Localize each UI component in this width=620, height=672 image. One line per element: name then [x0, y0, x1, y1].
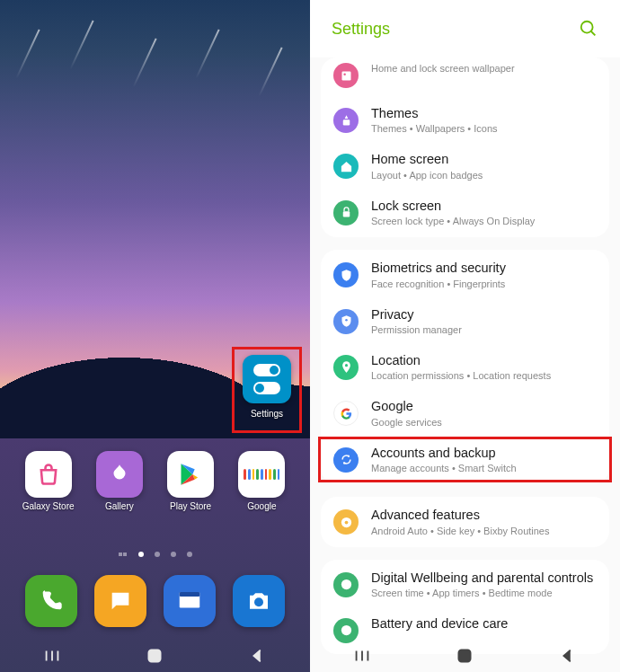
gallery-app[interactable]: Gallery: [91, 451, 148, 511]
settings-item-title-privacy: Privacy: [371, 307, 462, 323]
settings-item-subtitle: Android Auto • Side key • Bixby Routines: [371, 526, 549, 536]
settings-app-icon[interactable]: [243, 355, 291, 403]
settings-item-lock[interactable]: Lock screenScreen lock type • Always On …: [321, 190, 609, 235]
settings-app-label: Settings: [235, 409, 299, 419]
search-icon[interactable]: [579, 19, 598, 39]
settings-header: Settings: [310, 0, 620, 57]
settings-item-subtitle: Google services: [371, 417, 442, 428]
messages-app[interactable]: [94, 575, 146, 627]
toggle-icon: [253, 382, 280, 394]
settings-item-home[interactable]: Home screenLayout • App icon badges: [321, 143, 609, 189]
toggle-icon: [253, 364, 280, 376]
settings-item-shield[interactable]: Biometrics and securityFace recognition …: [321, 252, 609, 297]
settings-item-text: Battery and device care: [371, 616, 508, 632]
shield-icon: [333, 262, 359, 287]
nav-bar: [310, 640, 620, 672]
google-icon: [333, 401, 359, 426]
settings-item-subtitle: Manage accounts • Smart Switch: [371, 463, 517, 473]
settings-item-wellbeing[interactable]: Digital Wellbeing and parental controlsS…: [321, 561, 609, 607]
settings-item-text: Biometrics and securityFace recognition …: [371, 261, 506, 288]
settings-item-title-battery-and-device-care: Battery and device care: [371, 616, 508, 632]
svg-rect-11: [342, 119, 350, 125]
settings-item-subtitle: Location permissions • Location requests: [371, 370, 551, 381]
home-button[interactable]: [146, 647, 164, 665]
back-button[interactable]: [558, 646, 578, 666]
settings-item-subtitle: Layout • App icon badges: [371, 170, 483, 181]
wellbeing-icon: [333, 572, 359, 597]
home-page-dot: [119, 553, 128, 556]
settings-item-subtitle: Face recognition • Fingerprints: [371, 279, 506, 289]
google-folder[interactable]: Google: [233, 451, 290, 511]
back-button[interactable]: [248, 646, 268, 666]
settings-item-subtitle: Home and lock screen wallpaper: [371, 63, 515, 74]
wallpaper-icon: [333, 63, 359, 88]
galaxy-store-app[interactable]: Galaxy Store: [20, 451, 77, 511]
dock: [0, 575, 310, 627]
settings-item-text: Digital Wellbeing and parental controlsS…: [371, 570, 593, 598]
play-store-app[interactable]: Play Store: [162, 451, 219, 511]
settings-group: Advanced featuresAndroid Auto • Side key…: [321, 497, 609, 546]
settings-item-text: Lock screenScreen lock type • Always On …: [371, 199, 535, 226]
app-row: Galaxy Store Gallery Play Store Google: [0, 451, 310, 511]
settings-item-google[interactable]: GoogleGoogle services: [321, 390, 609, 436]
home-screen: Settings Galaxy Store Gallery Play Store: [0, 0, 310, 672]
meteor-decor: [195, 29, 219, 78]
page-dot: [187, 552, 192, 557]
settings-item-title-biometrics-and-security: Biometrics and security: [371, 261, 506, 276]
svg-line-8: [591, 31, 596, 36]
gallery-icon: [96, 451, 143, 498]
settings-item-location[interactable]: LocationLocation permissions • Location …: [321, 344, 609, 390]
svg-point-7: [581, 22, 593, 33]
svg-rect-12: [342, 212, 350, 217]
settings-item-text: Home screenLayout • App icon badges: [371, 152, 483, 180]
camera-app[interactable]: [233, 575, 285, 627]
page-indicator[interactable]: [0, 552, 310, 557]
page-dot: [171, 552, 176, 557]
settings-item-title-location: Location: [371, 353, 551, 368]
settings-item-privacy[interactable]: PrivacyPermission manager: [321, 298, 609, 344]
settings-item-title-digital-wellbeing-and-parental-controls: Digital Wellbeing and parental controls: [371, 570, 593, 586]
home-button[interactable]: [456, 647, 474, 665]
settings-item-title-google: Google: [371, 399, 442, 414]
settings-item-text: ThemesThemes • Wallpapers • Icons: [371, 106, 498, 134]
settings-app-highlight: Settings: [232, 347, 302, 433]
settings-item-title-themes: Themes: [371, 106, 498, 121]
meteor-decor: [258, 47, 282, 96]
sync-icon: [333, 447, 359, 473]
meteor-decor: [15, 29, 40, 78]
privacy-icon: [333, 309, 359, 334]
settings-item-wallpaper[interactable]: Home and lock screen wallpaper: [321, 59, 609, 97]
recents-button[interactable]: [352, 646, 372, 666]
settings-item-text: GoogleGoogle services: [371, 399, 442, 427]
svg-point-10: [343, 73, 346, 75]
gallery-label: Gallery: [105, 501, 134, 511]
page-dot: [155, 552, 160, 557]
home-icon: [333, 154, 359, 179]
google-folder-icon: [238, 451, 285, 498]
svg-point-16: [344, 520, 348, 524]
svg-point-13: [345, 319, 348, 322]
internet-app[interactable]: [164, 575, 216, 627]
settings-item-title-advanced-features: Advanced features: [371, 508, 549, 523]
meteor-decor: [132, 38, 156, 87]
svg-rect-1: [180, 592, 200, 597]
settings-item-sync[interactable]: Accounts and backupManage accounts • Sma…: [321, 437, 609, 482]
advanced-icon: [333, 509, 359, 535]
phone-app[interactable]: [25, 575, 77, 627]
settings-group: Biometrics and securityFace recognition …: [321, 250, 609, 484]
settings-item-themes[interactable]: ThemesThemes • Wallpapers • Icons: [321, 97, 609, 143]
galaxy-store-label: Galaxy Store: [22, 501, 75, 511]
settings-item-text: PrivacyPermission manager: [371, 307, 462, 335]
google-folder-label: Google: [247, 501, 276, 511]
svg-point-14: [344, 365, 347, 367]
svg-point-2: [254, 597, 263, 606]
settings-list[interactable]: Home and lock screen wallpaperThemesThem…: [310, 57, 620, 672]
location-icon: [333, 355, 359, 380]
settings-screen: Settings Home and lock screen wallpaperT…: [310, 0, 620, 672]
recents-button[interactable]: [42, 646, 62, 666]
settings-item-advanced[interactable]: Advanced featuresAndroid Auto • Side key…: [321, 499, 609, 544]
settings-item-text: Advanced featuresAndroid Auto • Side key…: [371, 508, 549, 535]
play-store-icon: [167, 451, 214, 498]
settings-item-subtitle: Themes • Wallpapers • Icons: [371, 123, 498, 134]
settings-item-title-accounts-and-backup: Accounts and backup: [371, 446, 517, 461]
